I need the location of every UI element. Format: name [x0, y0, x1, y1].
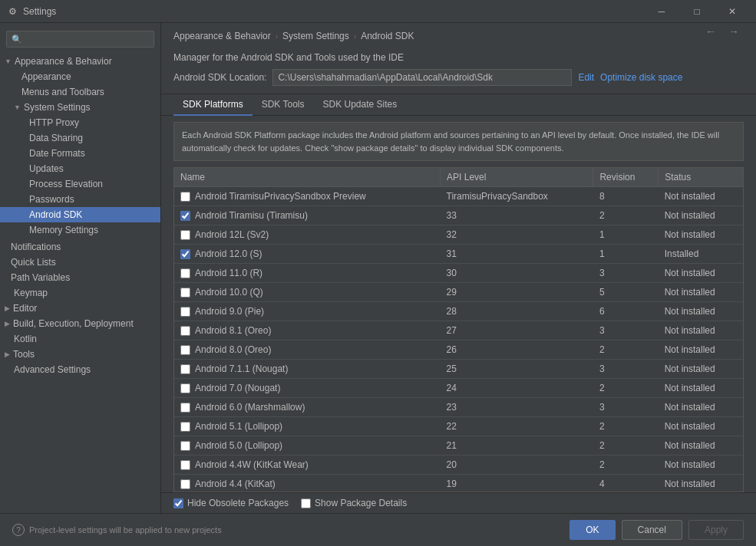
hint-icon: ?: [12, 524, 25, 536]
cancel-button[interactable]: Cancel: [622, 520, 682, 540]
row-checkbox[interactable]: [180, 441, 190, 451]
table-cell-name: Android 8.0 (Oreo): [174, 340, 441, 359]
table-cell-revision: 1: [593, 245, 659, 264]
row-checkbox[interactable]: [180, 479, 190, 489]
minimize-button[interactable]: ─: [644, 0, 679, 23]
table-cell-name: Android 7.1.1 (Nougat): [174, 360, 441, 378]
table-cell-revision: 2: [593, 436, 659, 456]
show-package-details-label[interactable]: Show Package Details: [301, 498, 407, 508]
sdk-location-input[interactable]: [272, 69, 572, 86]
settings-dialog: 🔍 ▼ Appearance & Behavior Appearance Men…: [0, 23, 756, 546]
table-cell-name: Android 11.0 (R): [174, 264, 441, 282]
row-name: Android 11.0 (R): [195, 268, 262, 278]
table-cell-revision: 3: [593, 321, 659, 340]
hide-obsolete-text: Hide Obsolete Packages: [187, 498, 289, 508]
sidebar-item-process-elevation[interactable]: Process Elevation: [0, 176, 160, 192]
table-row: Android 7.0 (Nougat)242Not installed: [174, 379, 743, 398]
row-checkbox[interactable]: [180, 383, 190, 393]
sidebar-group-header-kotlin[interactable]: Kotlin: [0, 331, 160, 347]
sidebar-item-menus-toolbars[interactable]: Menus and Toolbars: [0, 84, 160, 100]
table-cell-revision: 2: [593, 379, 659, 398]
row-checkbox[interactable]: [180, 345, 190, 355]
show-package-details-checkbox[interactable]: [301, 498, 311, 508]
row-checkbox[interactable]: [180, 307, 190, 317]
row-checkbox[interactable]: [180, 268, 190, 278]
table-cell-api: 25: [441, 360, 593, 379]
row-name: Android TiramisuPrivacySandbox Preview: [195, 191, 366, 202]
group-label: Editor: [13, 303, 37, 314]
row-name: Android 6.0 (Marshmallow): [195, 402, 305, 413]
table-row: Android 5.0 (Lollipop)212Not installed: [174, 436, 743, 456]
row-checkbox[interactable]: [180, 364, 190, 374]
sidebar-item-quick-lists[interactable]: Quick Lists: [0, 255, 160, 270]
sidebar-item-date-formats[interactable]: Date Formats: [0, 146, 160, 161]
tab-sdk-platforms[interactable]: SDK Platforms: [173, 94, 253, 116]
bottom-bar: Hide Obsolete Packages Show Package Deta…: [161, 492, 756, 513]
sidebar-item-passwords[interactable]: Passwords: [0, 192, 160, 207]
sidebar-group-header-build[interactable]: ▶ Build, Execution, Deployment: [0, 316, 160, 331]
expand-arrow: ▶: [5, 304, 10, 312]
row-checkbox[interactable]: [180, 422, 190, 432]
ok-button[interactable]: OK: [569, 520, 615, 540]
row-checkbox[interactable]: [180, 249, 190, 259]
sidebar-group-appearance-behavior: ▼ Appearance & Behavior Appearance Menus…: [0, 54, 160, 238]
window-controls: ─ □ ✕: [644, 0, 750, 23]
table-cell-api: 20: [441, 456, 593, 475]
hide-obsolete-label[interactable]: Hide Obsolete Packages: [173, 498, 289, 508]
sidebar-item-http-proxy[interactable]: HTTP Proxy: [0, 115, 160, 130]
sidebar-item-data-sharing[interactable]: Data Sharing: [0, 130, 160, 146]
search-box[interactable]: 🔍: [6, 31, 154, 48]
sidebar-item-notifications[interactable]: Notifications: [0, 239, 160, 255]
sidebar-item-memory-settings[interactable]: Memory Settings: [0, 222, 160, 238]
table-row: Android 10.0 (Q)295Not installed: [174, 283, 743, 302]
sdk-edit-button[interactable]: Edit: [578, 72, 594, 83]
row-checkbox[interactable]: [180, 326, 190, 336]
sidebar-group-header-keymap[interactable]: Keymap: [0, 285, 160, 301]
window-title: Settings: [23, 6, 644, 17]
sdk-optimize-button[interactable]: Optimize disk space: [600, 72, 682, 83]
table-cell-name: Android 12.0 (S): [174, 245, 441, 263]
nav-buttons: ← →: [701, 24, 744, 39]
nav-back-button[interactable]: ←: [701, 24, 721, 39]
table-cell-api: 30: [441, 264, 593, 283]
sidebar-group-header-appearance-behavior[interactable]: ▼ Appearance & Behavior: [0, 54, 160, 69]
sidebar-item-path-variables[interactable]: Path Variables: [0, 270, 160, 285]
subgroup-arrow: ▼: [14, 104, 21, 111]
tab-sdk-tools[interactable]: SDK Tools: [253, 94, 314, 116]
table-cell-revision: 2: [593, 456, 659, 475]
row-checkbox[interactable]: [180, 211, 190, 221]
tab-sdk-update-sites[interactable]: SDK Update Sites: [314, 94, 407, 116]
sdk-table-container[interactable]: Name API Level Revision Status Android T…: [173, 167, 744, 492]
sidebar-group-header-tools[interactable]: ▶ Tools: [0, 347, 160, 362]
sidebar-group-header-advanced[interactable]: Advanced Settings: [0, 362, 160, 377]
sidebar-subgroup-header-system-settings[interactable]: ▼ System Settings: [0, 100, 160, 115]
title-bar: ⚙ Settings ─ □ ✕: [0, 0, 756, 23]
table-cell-api: 27: [441, 321, 593, 340]
table-cell-name: Android 6.0 (Marshmallow): [174, 398, 441, 416]
table-cell-name: Android 7.0 (Nougat): [174, 379, 441, 397]
row-checkbox[interactable]: [180, 288, 190, 298]
close-button[interactable]: ✕: [715, 0, 750, 23]
sidebar-item-appearance[interactable]: Appearance: [0, 69, 160, 84]
row-checkbox[interactable]: [180, 230, 190, 240]
row-name: Android 4.4W (KitKat Wear): [195, 459, 309, 470]
table-cell-revision: 3: [593, 360, 659, 379]
content-header: Appearance & Behavior › System Settings …: [161, 23, 756, 94]
col-status: Status: [659, 168, 743, 187]
hide-obsolete-checkbox[interactable]: [173, 498, 183, 508]
row-checkbox[interactable]: [180, 460, 190, 470]
row-name: Android 12L (Sv2): [195, 229, 269, 240]
maximize-button[interactable]: □: [679, 0, 715, 23]
table-cell-name: Android 4.4 (KitKat): [174, 475, 441, 492]
subgroup-label: System Settings: [24, 102, 91, 113]
sidebar-item-updates[interactable]: Updates: [0, 161, 160, 176]
apply-button[interactable]: Apply: [688, 520, 744, 540]
group-label: Build, Execution, Deployment: [13, 318, 134, 329]
breadcrumb: Appearance & Behavior › System Settings …: [173, 31, 414, 41]
sidebar-group-header-editor[interactable]: ▶ Editor: [0, 301, 160, 316]
nav-forward-button[interactable]: →: [724, 24, 744, 39]
row-checkbox[interactable]: [180, 192, 190, 202]
sidebar-item-android-sdk[interactable]: Android SDK: [0, 207, 160, 222]
search-input[interactable]: [25, 34, 149, 44]
row-checkbox[interactable]: [180, 403, 190, 413]
